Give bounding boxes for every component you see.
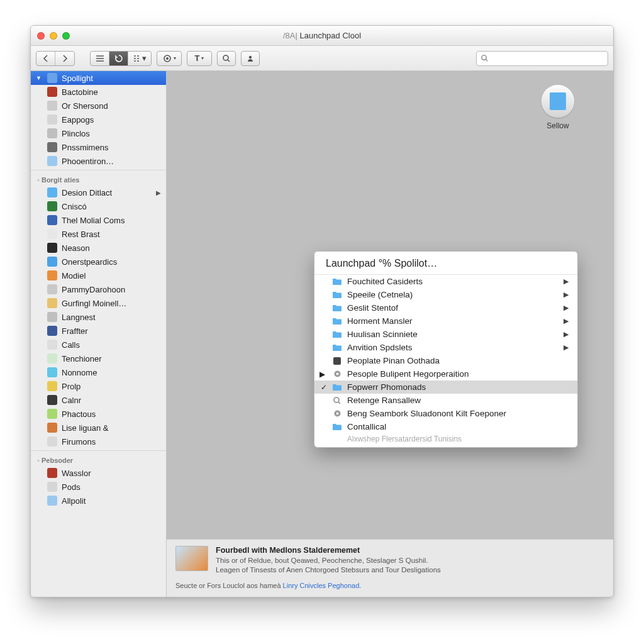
- sidebar-item[interactable]: Modiel: [31, 269, 166, 282]
- menu-item-label: Fouchited Casiderts: [347, 277, 423, 286]
- titlebar: /8A| Launchpad Clool: [31, 26, 613, 46]
- sidebar-item-label: Calls: [62, 340, 80, 350]
- sidebar-section-header: ◦ Borgit aties: [31, 172, 166, 186]
- sidebar-item-label: Plinclos: [62, 129, 90, 138]
- sidebar-item-icon: [47, 73, 57, 83]
- sidebar-item-label: Phactous: [62, 409, 96, 419]
- chevron-right-icon: ▶: [564, 343, 569, 352]
- menu-item[interactable]: Contallical: [314, 420, 577, 433]
- footer-line1: This or of Reldue, bout Qeawed, Peochenc…: [216, 556, 441, 566]
- svg-rect-5: [333, 357, 341, 365]
- sidebar-item[interactable]: Firumons: [31, 435, 166, 448]
- sidebar-item-icon: [47, 312, 57, 322]
- sidebar-item-label: Allpolit: [62, 496, 86, 506]
- menu-item-label: Peoplate Pinan Oothada: [347, 356, 440, 365]
- sidebar-item-icon: [47, 496, 57, 506]
- menu-item[interactable]: Huulisan Scinniete▶: [314, 328, 577, 341]
- chevron-right-icon: ▶: [564, 304, 569, 312]
- sidebar-item[interactable]: Prolp: [31, 379, 166, 393]
- search-input[interactable]: [492, 54, 604, 63]
- sidebar-item-icon: [47, 187, 57, 197]
- sidebar-item-label: Or Shersond: [62, 101, 108, 111]
- menu-item[interactable]: ▶Pesople Bulipent Hegorperaition: [314, 367, 577, 380]
- action-button[interactable]: ▾: [157, 51, 182, 66]
- close-button[interactable]: [37, 32, 45, 40]
- sidebar-item-icon: [47, 423, 57, 433]
- forward-button[interactable]: [55, 52, 74, 65]
- user-button[interactable]: [241, 51, 260, 66]
- search-field[interactable]: [476, 51, 608, 66]
- zoom-button[interactable]: [62, 32, 70, 40]
- nav-back-forward: [36, 51, 75, 66]
- sidebar-item[interactable]: Eappogs: [31, 113, 166, 126]
- svg-point-4: [482, 55, 486, 60]
- sidebar-item[interactable]: Gurfingl Moinell…: [31, 296, 166, 310]
- footer-thumbnail: [175, 546, 208, 571]
- menu-item[interactable]: Geslit Stentof▶: [314, 301, 577, 314]
- sidebar-item[interactable]: Or Shersond: [31, 99, 166, 113]
- menu-item[interactable]: Anvition Spdslets▶: [314, 341, 577, 354]
- sidebar-item[interactable]: Lise liguan &: [31, 421, 166, 435]
- app-label: Sellow: [533, 121, 583, 130]
- sidebar-item-icon: [47, 298, 57, 308]
- sidebar-item[interactable]: Cniscó: [31, 199, 166, 213]
- sidebar-item[interactable]: Fraffter: [31, 324, 166, 338]
- folder-icon: [332, 317, 342, 326]
- menu-item[interactable]: Beng Seambork Sluadonont Kilt Foeponer: [314, 407, 577, 420]
- menu-item[interactable]: Retenge Ransallew: [314, 394, 577, 407]
- text-button[interactable]: T ▾: [187, 51, 212, 66]
- sidebar-item[interactable]: Langnest: [31, 310, 166, 324]
- context-menu-title: Launchpad °% Spolilot…: [314, 252, 577, 274]
- menu-item[interactable]: Horment Mansler▶: [314, 314, 577, 328]
- sidebar-item[interactable]: Pnssmimens: [31, 140, 166, 154]
- footer-link[interactable]: Linry Cnivcles Peghonad.: [283, 582, 362, 589]
- sidebar-item[interactable]: ▼Spollight: [31, 71, 166, 85]
- sidebar-item[interactable]: Neason: [31, 241, 166, 255]
- footer-line2: Leagen of Tinsests of Anen Chtorgoed Ste…: [216, 565, 441, 575]
- sidebar-item[interactable]: Nonnome: [31, 365, 166, 379]
- sidebar-item[interactable]: PammyDarohoon: [31, 282, 166, 296]
- footer-secondary: Seucte or Fors Louclol aos hameà Linry C…: [175, 582, 604, 589]
- sidebar-item-label: Rest Brast: [62, 230, 100, 239]
- svg-point-10: [336, 413, 338, 415]
- sidebar-item[interactable]: Tenchioner: [31, 352, 166, 365]
- sidebar-item-icon: [47, 436, 57, 447]
- menu-item[interactable]: Peoplate Pinan Oothada: [314, 354, 577, 367]
- search-tool-button[interactable]: [217, 51, 236, 66]
- sidebar-item[interactable]: Bactobine: [31, 85, 166, 99]
- sidebar-item[interactable]: Onerstpeardics: [31, 255, 166, 269]
- folder-icon: [332, 383, 342, 392]
- content-area: Sellow Launchpad °% Spolilot… Fouchited …: [167, 71, 613, 597]
- sidebar-item[interactable]: Desion Ditlact▶: [31, 186, 166, 199]
- sidebar-item-icon: [47, 482, 57, 492]
- sidebar-item[interactable]: Pods: [31, 480, 166, 494]
- menu-item-label: Pesople Bulipent Hegorperaition: [347, 369, 469, 379]
- item-icon: [332, 435, 342, 443]
- sidebar-item[interactable]: Plinclos: [31, 126, 166, 140]
- window-title: /8A| Launchpad Clool: [31, 31, 613, 40]
- app-item-sellow[interactable]: Sellow: [533, 85, 583, 130]
- menu-item[interactable]: Speeile (Cetnela)▶: [314, 288, 577, 301]
- sidebar-item[interactable]: Calls: [31, 338, 166, 352]
- sidebar-item[interactable]: Calnr: [31, 393, 166, 407]
- menu-item[interactable]: Fouchited Casiderts▶: [314, 275, 577, 288]
- menu-item-label: Huulisan Scinniete: [347, 330, 418, 339]
- sidebar-item-icon: [47, 128, 57, 138]
- back-button[interactable]: [36, 52, 55, 65]
- view-list-button[interactable]: [91, 52, 109, 65]
- sidebar-section-header: ◦ Pebsoder: [31, 453, 166, 466]
- sidebar-item[interactable]: Phactous: [31, 407, 166, 421]
- sidebar-item[interactable]: Phooentiron…: [31, 154, 166, 168]
- gear-icon: [332, 370, 342, 379]
- minimize-button[interactable]: [50, 32, 57, 40]
- sidebar-item-label: Gurfingl Moinell…: [62, 299, 126, 308]
- sidebar-item-label: Neason: [62, 243, 90, 253]
- sidebar-item[interactable]: Thel Molial Coms: [31, 213, 166, 227]
- menu-item[interactable]: ✓Fopwerr Phomonads: [314, 380, 577, 394]
- sidebar-item[interactable]: Allpolit: [31, 494, 166, 508]
- view-refresh-button[interactable]: [109, 52, 128, 65]
- view-columns-button[interactable]: ▾: [128, 52, 151, 65]
- sidebar-item[interactable]: Wasslor: [31, 466, 166, 480]
- sidebar-item-label: PammyDarohoon: [62, 285, 125, 294]
- sidebar-item[interactable]: Rest Brast: [31, 227, 166, 241]
